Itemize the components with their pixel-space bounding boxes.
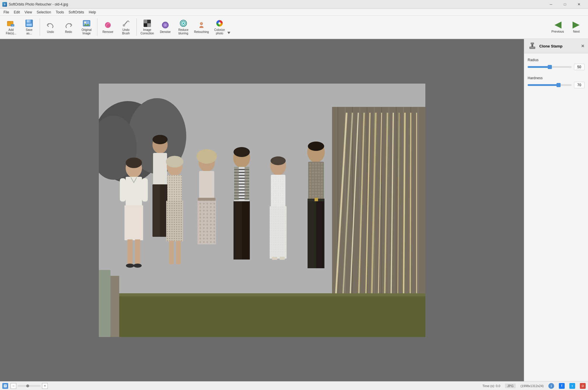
- toolbox-title-area: Clone Stamp: [528, 41, 562, 51]
- add-files-button[interactable]: + AddFile(s)...: [2, 18, 20, 36]
- toolbar-sep-1: [40, 18, 40, 36]
- next-button[interactable]: Next: [567, 17, 586, 38]
- zoom-minus-button[interactable]: −: [10, 383, 16, 389]
- save-as-button[interactable]: Saveas...: [20, 18, 38, 36]
- canvas-area[interactable]: [0, 39, 524, 381]
- svg-rect-5: [27, 24, 32, 26]
- svg-rect-76: [160, 184, 167, 237]
- colorize-photo-icon: [215, 19, 224, 28]
- photo-svg: [99, 84, 425, 337]
- svg-rect-115: [270, 206, 287, 259]
- app-icon: S: [2, 2, 7, 7]
- retouching-icon: [197, 20, 206, 30]
- svg-rect-81: [167, 175, 182, 201]
- undo-label: Undo: [47, 30, 54, 34]
- toolbox-panel: Clone Stamp ✕ Radius 50 Hardness: [524, 39, 588, 381]
- hardness-label: Hardness: [528, 76, 585, 80]
- toolbar-sep-2: [97, 18, 97, 36]
- hardness-value[interactable]: 70: [574, 82, 585, 88]
- radius-slider-row: 50: [528, 64, 585, 70]
- radius-value[interactable]: 50: [574, 64, 585, 70]
- colorize-dropdown-arrow[interactable]: [227, 31, 231, 35]
- svg-point-11: [123, 24, 125, 27]
- menu-view[interactable]: View: [22, 9, 34, 15]
- toolbox-close-button[interactable]: ✕: [581, 44, 585, 48]
- original-image-button[interactable]: OriginalImage: [78, 18, 95, 36]
- minimize-button[interactable]: ─: [544, 0, 558, 9]
- undo-brush-button[interactable]: UndoBrush: [117, 18, 135, 36]
- status-bar: − + Time (s): 0.0 JPG (1998x1312x24) i f…: [0, 381, 588, 390]
- undo-brush-label: UndoBrush: [122, 28, 130, 35]
- reduce-blurring-icon: [179, 19, 188, 28]
- svg-point-19: [164, 24, 166, 26]
- add-files-icon: +: [6, 19, 16, 28]
- close-button[interactable]: ✕: [572, 0, 586, 9]
- format-badge: JPG: [505, 384, 516, 388]
- page-icon: [2, 383, 8, 389]
- undo-icon: [46, 20, 55, 30]
- denoise-button[interactable]: Denoise: [157, 18, 174, 36]
- svg-line-57: [410, 113, 411, 311]
- retouching-button[interactable]: Retouching: [193, 18, 210, 36]
- hardness-slider-thumb[interactable]: [557, 83, 561, 87]
- toolbar: + AddFile(s)... Saveas... Undo: [0, 16, 588, 39]
- zoom-thumb: [26, 384, 29, 387]
- undo-button[interactable]: Undo: [42, 18, 59, 36]
- title-bar: S SoftOrbits Photo Retoucher - old-4.jpg…: [0, 0, 588, 9]
- add-files-label: AddFile(s)...: [6, 28, 16, 35]
- menu-tools[interactable]: Tools: [53, 9, 66, 15]
- menu-selection[interactable]: Selection: [34, 9, 53, 15]
- radius-slider-thumb[interactable]: [548, 65, 552, 69]
- previous-button[interactable]: Previous: [548, 17, 567, 38]
- svg-rect-70: [142, 178, 148, 202]
- svg-point-9: [84, 22, 86, 23]
- menu-help[interactable]: Help: [87, 9, 99, 15]
- twitter-icon[interactable]: t: [569, 383, 575, 389]
- svg-rect-13: [144, 20, 147, 23]
- svg-rect-88: [199, 171, 214, 199]
- dimensions-label: (1998x1312x24): [520, 384, 544, 388]
- zoom-slider[interactable]: [17, 385, 41, 387]
- menu-edit[interactable]: Edit: [11, 9, 22, 15]
- mail-icon[interactable]: @: [580, 383, 586, 389]
- hardness-slider-track[interactable]: [528, 84, 572, 86]
- menu-file[interactable]: File: [1, 9, 11, 15]
- radius-slider-track[interactable]: [528, 66, 572, 68]
- zoom-plus-button[interactable]: +: [42, 383, 48, 389]
- svg-point-62: [126, 158, 142, 168]
- svg-point-110: [271, 156, 286, 165]
- redo-icon: [64, 20, 73, 30]
- remove-button[interactable]: Remove: [99, 18, 117, 36]
- svg-rect-133: [531, 44, 533, 47]
- remove-label: Remove: [102, 30, 113, 34]
- title-bar-controls: ─ □ ✕: [544, 0, 586, 9]
- redo-button[interactable]: Redo: [60, 18, 77, 36]
- svg-rect-107: [234, 201, 241, 260]
- svg-rect-135: [530, 47, 535, 48]
- svg-rect-129: [99, 296, 425, 337]
- svg-rect-91: [197, 201, 216, 244]
- image-correction-button[interactable]: ImageCorrection: [138, 18, 156, 36]
- share-icon[interactable]: f: [559, 383, 565, 389]
- svg-point-67: [126, 264, 134, 268]
- svg-point-26: [218, 22, 221, 24]
- previous-label: Previous: [552, 30, 564, 33]
- svg-rect-14: [147, 20, 151, 23]
- maximize-button[interactable]: □: [558, 0, 572, 9]
- remove-icon: [103, 20, 113, 30]
- save-as-label: Saveas...: [26, 28, 33, 35]
- colorize-photo-label: Colorizephoto: [214, 28, 225, 35]
- zoom-control: − +: [10, 383, 48, 389]
- clone-stamp-icon: [528, 41, 537, 51]
- colorize-photo-button[interactable]: Colorizephoto: [211, 18, 228, 36]
- hardness-slider-row: 70: [528, 82, 585, 88]
- photo-canvas[interactable]: [99, 84, 425, 337]
- window-title: SoftOrbits Photo Retoucher - old-4.jpg: [9, 2, 68, 6]
- denoise-icon: [161, 20, 170, 30]
- svg-rect-16: [147, 23, 151, 27]
- menu-softorbits[interactable]: SoftOrbits: [66, 9, 86, 15]
- svg-rect-65: [127, 239, 133, 266]
- radius-slider-fill: [528, 66, 550, 68]
- reduce-blurring-button[interactable]: Reduceblurring: [175, 18, 192, 36]
- svg-marker-27: [554, 22, 561, 29]
